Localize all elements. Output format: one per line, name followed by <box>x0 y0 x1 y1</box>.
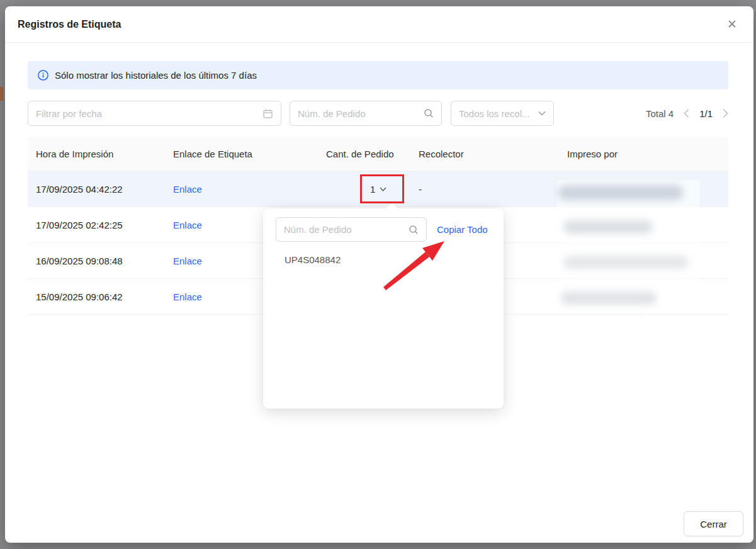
date-filter-input[interactable]: Filtrar por fecha <box>28 101 281 126</box>
modal-title: Registros de Etiqueta <box>18 19 121 30</box>
order-list-popup: Núm. de Pedido Copiar Todo UP4S048842 <box>263 208 504 409</box>
table-header-row: Hora de Impresión Enlace de Etiqueta Can… <box>28 137 728 171</box>
print-time-cell: 17/09/2025 02:42:25 <box>28 220 165 230</box>
column-header-label-link: Enlace de Etiqueta <box>165 149 318 159</box>
annotation-red-box <box>360 174 404 203</box>
print-time-cell: 17/09/2025 04:42:22 <box>28 184 165 195</box>
redacted-text <box>563 220 653 234</box>
redacted-text <box>563 256 688 269</box>
order-number-item: UP4S048842 <box>276 254 491 265</box>
label-link[interactable]: Enlace <box>173 256 202 266</box>
collector-cell: - <box>410 184 559 195</box>
label-link[interactable]: Enlace <box>173 184 202 195</box>
info-banner: Sólo mostrar los historiales de los últi… <box>28 61 728 89</box>
redacted-printed-by-area <box>557 180 699 307</box>
column-header-order-qty: Cant. de Pedido <box>318 149 410 159</box>
close-icon[interactable]: ✕ <box>727 18 737 30</box>
pagination: Total 4 1/1 <box>646 108 728 119</box>
column-header-collector: Recolector <box>410 149 559 159</box>
collector-filter-select[interactable]: Todos los recol... <box>451 101 554 126</box>
label-link[interactable]: Enlace <box>173 291 202 302</box>
backdrop-page-edge <box>0 87 3 101</box>
date-filter-placeholder: Filtrar por fecha <box>36 108 102 119</box>
info-banner-text: Sólo mostrar los historiales de los últi… <box>55 70 257 81</box>
redacted-text <box>558 185 683 200</box>
calendar-icon <box>262 108 273 119</box>
label-link[interactable]: Enlace <box>173 220 202 230</box>
column-header-printed-by: Impreso por <box>559 149 728 159</box>
next-page-button[interactable] <box>723 109 728 118</box>
order-search-placeholder: Núm. de Pedido <box>298 108 366 119</box>
chevron-right-icon <box>723 109 728 118</box>
info-icon <box>38 70 48 81</box>
total-count: Total 4 <box>646 108 674 119</box>
search-icon <box>409 225 419 235</box>
prev-page-button[interactable] <box>684 109 689 118</box>
order-search-input[interactable]: Núm. de Pedido <box>290 101 442 126</box>
chevron-down-icon <box>538 111 546 116</box>
page-indicator: 1/1 <box>699 108 713 119</box>
popup-order-search-placeholder: Núm. de Pedido <box>284 224 352 235</box>
modal-header: Registros de Etiqueta ✕ <box>5 6 753 43</box>
popup-order-search-input[interactable]: Núm. de Pedido <box>276 217 427 242</box>
column-header-print-time: Hora de Impresión <box>28 149 165 159</box>
filter-bar: Filtrar por fecha Núm. de Pedido Todos l… <box>28 101 728 126</box>
redacted-text <box>561 291 657 305</box>
collector-filter-value: Todos los recol... <box>459 108 530 119</box>
copy-all-link[interactable]: Copiar Todo <box>437 224 488 235</box>
chevron-left-icon <box>684 109 689 118</box>
close-button[interactable]: Cerrar <box>684 511 743 536</box>
search-icon <box>424 108 434 118</box>
print-time-cell: 16/09/2025 09:08:48 <box>28 256 165 266</box>
print-time-cell: 15/09/2025 09:06:42 <box>28 291 165 302</box>
